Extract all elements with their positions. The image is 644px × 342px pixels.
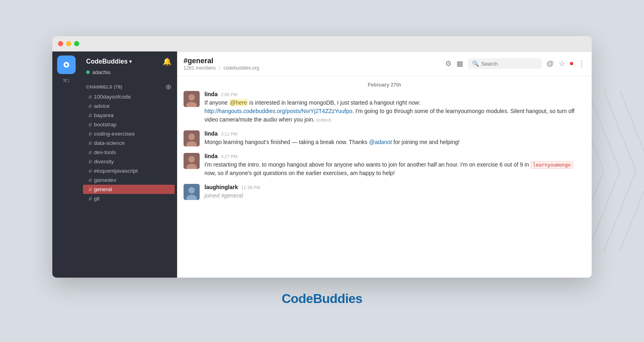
hangout-link[interactable]: http://hangouts.codebuddies.org/posts/Nv…: [204, 108, 352, 114]
hash-icon: #: [89, 186, 92, 193]
channel-name-header: #general: [184, 57, 259, 65]
message-text: joined #general: [204, 192, 585, 200]
at-icon[interactable]: @: [547, 60, 554, 68]
messages-area: February 27th linda 2:06 PM: [177, 76, 592, 278]
svg-point-2: [65, 64, 68, 66]
notification-bell-icon[interactable]: 🔔: [163, 57, 171, 66]
message-text: Mongo learning hangout's finished — taki…: [204, 138, 585, 146]
chat-header: #general 1281 members | codebuddies.org …: [177, 52, 592, 76]
workspace-sidebar: ⌘1: [52, 52, 80, 278]
message-time: 4:27 PM: [221, 154, 237, 159]
message-content: laughinglark 11:38 PM joined #general: [204, 184, 585, 200]
here-mention: @here: [229, 99, 248, 106]
sidebar-header: CodeBuddies ▾ 🔔: [80, 52, 177, 69]
online-status-dot: [86, 70, 90, 74]
hash-icon: #: [89, 140, 92, 146]
channel-sidebar: CodeBuddies ▾ 🔔 adachiu CHANNELS (78) ⊕ …: [80, 52, 177, 278]
hash-icon: #: [89, 158, 92, 165]
channels-header: CHANNELS (78) ⊕: [80, 80, 177, 92]
message-meta: linda 2:06 PM: [204, 91, 585, 97]
sidebar-item-100daysofcode[interactable]: # 100daysofcode: [83, 92, 175, 101]
add-channel-button[interactable]: ⊕: [165, 83, 171, 91]
message-author: linda: [204, 91, 218, 97]
message-time: 3:11 PM: [221, 132, 237, 136]
hash-icon: #: [89, 103, 92, 109]
chat-header-right: ⚙ ▦ 🔍 @ ☆ ⋮: [445, 58, 585, 69]
message-meta: laughinglark 11:38 PM: [204, 184, 585, 190]
workspace-icon[interactable]: [57, 56, 76, 74]
channel-meta: 1281 members | codebuddies.org: [184, 65, 259, 71]
message-meta: linda 3:11 PM: [204, 130, 585, 137]
search-box[interactable]: 🔍: [468, 58, 542, 69]
message-content: linda 3:11 PM Mongo learning hangout's f…: [204, 130, 585, 146]
star-icon[interactable]: ☆: [559, 59, 565, 68]
svg-point-10: [188, 156, 195, 163]
sidebar-item-diversity[interactable]: # diversity: [83, 157, 175, 166]
message-group: linda 3:11 PM Mongo learning hangout's f…: [184, 130, 585, 146]
member-count: 1281 members: [184, 65, 216, 71]
separator: |: [219, 65, 220, 71]
sidebar-item-gamedev[interactable]: # gamedev: [83, 175, 175, 185]
join-text: joined #general: [204, 192, 243, 199]
sidebar-item-git[interactable]: # git: [83, 194, 175, 203]
hash-icon: #: [89, 195, 92, 202]
sidebar-item-coding-exercises[interactable]: # coding-exercises: [83, 129, 175, 138]
channels-label: CHANNELS (78): [86, 84, 122, 89]
sidebar-item-bayarea[interactable]: # bayarea: [83, 111, 175, 120]
avatar: [184, 184, 200, 200]
message-group: linda 4:27 PM I'm restarting the intro. …: [184, 153, 585, 177]
search-icon: 🔍: [472, 60, 479, 67]
edited-label: (edited): [316, 117, 331, 122]
settings-icon[interactable]: ⚙: [445, 59, 452, 68]
channel-website: codebuddies.org: [223, 65, 259, 71]
svg-point-7: [188, 134, 195, 140]
hash-icon: #: [89, 149, 92, 156]
workspace-shortcut: ⌘1: [63, 78, 70, 83]
sidebar-item-bootstrap[interactable]: # bootstrap: [83, 120, 175, 129]
sidebar-item-dev-tools[interactable]: # dev-tools: [83, 148, 175, 157]
code-snippet: learnyoumongo: [530, 161, 573, 169]
hash-icon: #: [89, 112, 92, 119]
branding: CodeBuddies: [282, 291, 363, 306]
message-group: linda 2:06 PM If anyone @here is interes…: [184, 91, 585, 124]
message-author: linda: [204, 153, 218, 159]
sidebar-item-eloquentjavascript[interactable]: # eloquentjavascript: [83, 166, 175, 175]
more-options-icon[interactable]: ⋮: [578, 59, 585, 68]
sidebar-item-general[interactable]: # general: [83, 185, 175, 194]
chat-main: #general 1281 members | codebuddies.org …: [177, 52, 592, 278]
date-separator: February 27th: [184, 76, 585, 91]
avatar: [184, 91, 200, 107]
message-time: 11:38 PM: [241, 185, 260, 190]
message-author: linda: [204, 130, 218, 137]
channel-info: #general 1281 members | codebuddies.org: [184, 57, 259, 71]
workspace-name-label: CodeBuddies: [86, 58, 128, 65]
app-content: ⌘1 CodeBuddies ▾ 🔔 adachiu CHANNELS (78): [52, 52, 592, 278]
hash-icon: #: [89, 93, 92, 100]
close-button[interactable]: [58, 41, 63, 46]
browser-window: ⌘1 CodeBuddies ▾ 🔔 adachiu CHANNELS (78): [52, 36, 592, 278]
maximize-button[interactable]: [74, 41, 79, 46]
traffic-lights: [58, 41, 79, 46]
message-content: linda 4:27 PM I'm restarting the intro. …: [204, 153, 585, 177]
sidebar-toggle-icon[interactable]: ▦: [456, 59, 463, 68]
minimize-button[interactable]: [66, 41, 71, 46]
sidebar-item-advice[interactable]: # advice: [83, 101, 175, 111]
svg-point-13: [188, 187, 195, 194]
message-meta: linda 4:27 PM: [204, 153, 585, 159]
message-author: laughinglark: [204, 184, 238, 190]
message-group: laughinglark 11:38 PM joined #general: [184, 184, 585, 200]
svg-point-4: [188, 94, 195, 101]
avatar: [184, 130, 200, 146]
branding-text: CodeBuddies: [282, 291, 363, 306]
message-text: If anyone @here is interested in learnin…: [204, 99, 585, 124]
username-label: adachiu: [92, 69, 111, 75]
message-content: linda 2:06 PM If anyone @here is interes…: [204, 91, 585, 124]
workspace-name[interactable]: CodeBuddies ▾: [86, 58, 132, 65]
user-status: adachiu: [80, 69, 177, 80]
hash-icon: #: [89, 130, 92, 137]
message-time: 2:06 PM: [221, 92, 237, 97]
sidebar-item-data-science[interactable]: # data-science: [83, 138, 175, 148]
title-bar: [52, 36, 592, 52]
search-input[interactable]: [481, 61, 538, 67]
hash-icon: #: [89, 177, 92, 183]
